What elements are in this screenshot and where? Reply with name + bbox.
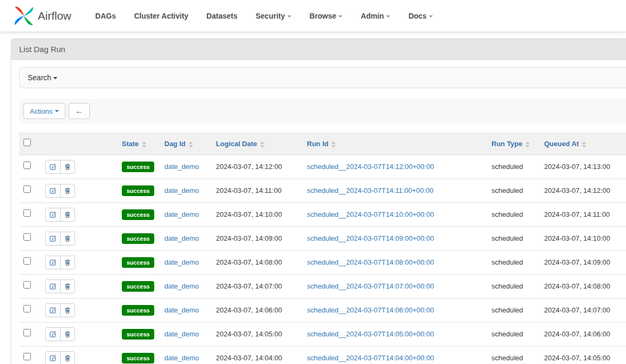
row-checkbox[interactable]	[23, 233, 31, 241]
edit-record-button[interactable]	[46, 256, 60, 269]
delete-record-button[interactable]	[60, 328, 74, 341]
delete-record-button[interactable]	[60, 352, 74, 364]
column-header-queued-at[interactable]: Queued At	[540, 133, 626, 155]
delete-record-button[interactable]	[60, 184, 74, 197]
status-badge: success	[122, 185, 154, 196]
delete-record-button[interactable]	[60, 280, 74, 293]
edit-record-button[interactable]	[46, 184, 60, 197]
edit-pencil-icon	[49, 235, 57, 242]
status-badge: success	[122, 353, 154, 363]
edit-record-button[interactable]	[46, 352, 60, 364]
edit-pencil-icon	[49, 331, 57, 338]
column-header-logical-date[interactable]: Logical Date	[212, 133, 303, 155]
queued-at-value: 2024-03-07, 14:11:00	[540, 203, 626, 227]
dag-id-link[interactable]: date_demo	[164, 210, 199, 218]
trash-icon	[64, 211, 71, 218]
run-type-value: scheduled	[487, 251, 540, 275]
edit-record-button[interactable]	[46, 232, 60, 245]
trash-icon	[64, 331, 71, 338]
table-row: success date_demo 2024-03-07, 14:04:00 s…	[19, 346, 626, 364]
row-select-cell	[19, 203, 41, 227]
run-id-link[interactable]: scheduled__2024-03-07T14:05:00+00:00	[307, 330, 434, 338]
row-checkbox[interactable]	[23, 329, 31, 336]
row-checkbox[interactable]	[23, 162, 31, 169]
run-id-link[interactable]: scheduled__2024-03-07T14:12:00+00:00	[307, 163, 434, 171]
nav-item-security: Security	[246, 6, 300, 26]
run-type-value: scheduled	[487, 299, 540, 323]
column-header-run-type[interactable]: Run Type	[487, 133, 540, 155]
dropdown-caret-icon	[287, 15, 291, 18]
caret-down-icon	[53, 77, 57, 79]
delete-record-button[interactable]	[60, 208, 74, 221]
trash-icon	[64, 163, 71, 171]
run-type-value: scheduled	[487, 275, 540, 299]
edit-record-button[interactable]	[46, 328, 60, 341]
dropdown-caret-icon	[386, 15, 390, 18]
row-checkbox[interactable]	[23, 209, 31, 217]
actions-button[interactable]: Actions	[23, 103, 65, 119]
dropdown-caret-icon	[338, 15, 343, 18]
row-run-id-cell: scheduled__2024-03-07T14:10:00+00:00	[303, 203, 487, 227]
row-dag-id-cell: date_demo	[160, 155, 212, 179]
select-all-checkbox[interactable]	[23, 139, 31, 146]
row-select-cell	[19, 227, 41, 251]
run-id-link[interactable]: scheduled__2024-03-07T14:07:00+00:00	[307, 282, 434, 290]
dag-id-link[interactable]: date_demo	[164, 234, 199, 242]
dag-id-link[interactable]: date_demo	[164, 330, 199, 338]
run-id-link[interactable]: scheduled__2024-03-07T14:11:00+00:00	[307, 187, 433, 194]
dag-id-link[interactable]: date_demo	[164, 354, 199, 362]
dag-id-link[interactable]: date_demo	[164, 306, 199, 314]
run-id-link[interactable]: scheduled__2024-03-07T14:08:00+00:00	[307, 258, 434, 266]
row-checkbox[interactable]	[23, 305, 31, 312]
row-checkbox[interactable]	[23, 353, 31, 360]
edit-record-button[interactable]	[46, 208, 60, 221]
run-id-link[interactable]: scheduled__2024-03-07T14:06:00+00:00	[307, 306, 434, 314]
nav-item-dags: DAGs	[86, 6, 125, 26]
column-header-state[interactable]: State	[118, 133, 160, 155]
search-label: Search	[28, 73, 51, 82]
main-nav: DAGs Cluster Activity Datasets Security …	[86, 6, 442, 26]
delete-record-button[interactable]	[60, 160, 74, 173]
edit-record-button[interactable]	[46, 160, 60, 173]
search-toggle[interactable]: Search	[19, 67, 626, 88]
edit-pencil-icon	[49, 283, 57, 290]
status-badge: success	[122, 209, 154, 220]
row-select-cell	[19, 346, 41, 364]
back-button[interactable]: ←	[69, 103, 90, 119]
airflow-brand-link[interactable]: Airflow	[13, 5, 71, 27]
row-state-cell: success	[118, 155, 160, 179]
trash-icon	[64, 187, 71, 194]
dag-id-link[interactable]: date_demo	[164, 187, 199, 194]
trash-icon	[64, 354, 71, 362]
row-dag-id-cell: date_demo	[160, 227, 212, 251]
dag-id-link[interactable]: date_demo	[164, 163, 199, 171]
column-header-run-id[interactable]: Run Id	[303, 133, 487, 155]
column-header-dag-id[interactable]: Dag Id	[160, 133, 212, 155]
row-actions-cell	[41, 275, 118, 299]
delete-record-button[interactable]	[60, 304, 74, 317]
delete-record-button[interactable]	[60, 256, 74, 269]
nav-item-browse: Browse	[301, 6, 352, 26]
run-type-value: scheduled	[487, 323, 540, 346]
run-id-link[interactable]: scheduled__2024-03-07T14:10:00+00:00	[307, 210, 434, 218]
edit-record-button[interactable]	[46, 280, 60, 293]
row-checkbox[interactable]	[23, 257, 31, 265]
run-id-link[interactable]: scheduled__2024-03-07T14:09:00+00:00	[307, 234, 434, 242]
delete-record-button[interactable]	[60, 232, 74, 245]
row-action-buttons	[45, 280, 75, 293]
dag-id-link[interactable]: date_demo	[164, 258, 199, 266]
logical-date-value: 2024-03-07, 14:05:00	[212, 323, 303, 346]
row-state-cell: success	[118, 346, 160, 364]
row-action-buttons	[45, 351, 75, 364]
sort-icon	[260, 141, 264, 148]
run-type-value: scheduled	[487, 179, 540, 203]
row-checkbox[interactable]	[23, 185, 31, 193]
row-checkbox[interactable]	[23, 281, 31, 289]
nav-item-cluster-activity: Cluster Activity	[125, 6, 197, 26]
queued-at-value: 2024-03-07, 14:05:00	[540, 346, 626, 364]
row-select-cell	[19, 155, 41, 179]
edit-record-button[interactable]	[46, 304, 60, 317]
table-row: success date_demo 2024-03-07, 14:09:00 s…	[19, 227, 626, 251]
dag-id-link[interactable]: date_demo	[164, 282, 199, 290]
run-id-link[interactable]: scheduled__2024-03-07T14:04:00+00:00	[307, 354, 434, 362]
